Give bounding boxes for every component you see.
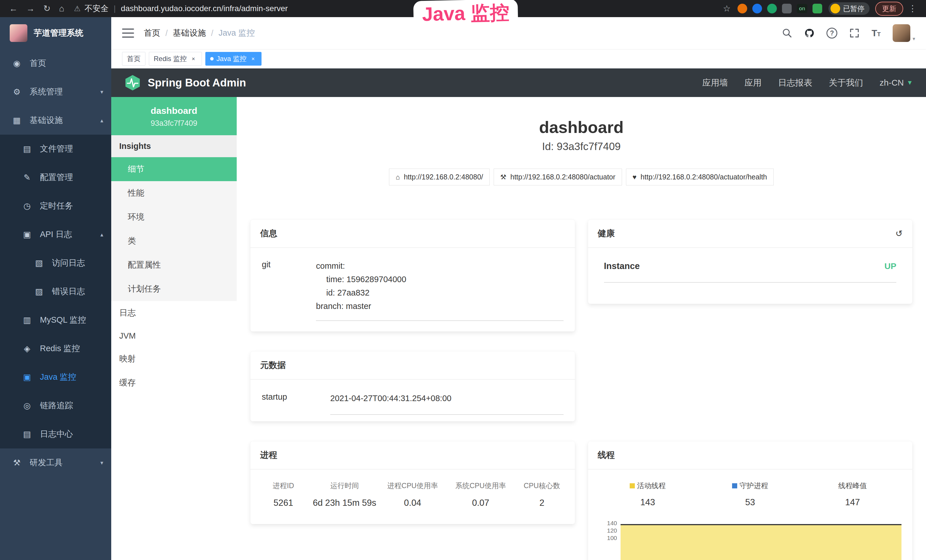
- infrastructure-submenu: ▤ 文件管理 ✎ 配置管理 ◷ 定时任务 ▣ API 日志 ▴ ▧ 访问日志 ▨: [0, 135, 111, 448]
- sidebar-item-label: 系统管理: [30, 86, 63, 98]
- sba-item-details[interactable]: 细节: [111, 157, 237, 181]
- tag-redis-monitor[interactable]: Redis 监控 ×: [149, 52, 202, 66]
- extension-icon[interactable]: [752, 4, 762, 14]
- process-cpu-column: 进程CPU使用率 0.04: [378, 481, 446, 508]
- close-icon[interactable]: ×: [249, 55, 257, 62]
- sidebar-item-dev-tools[interactable]: ⚒ 研发工具 ▾: [0, 448, 111, 477]
- extensions-puzzle-icon[interactable]: [782, 4, 792, 14]
- hamburger-icon[interactable]: [122, 29, 134, 38]
- history-icon[interactable]: ↺: [896, 229, 903, 239]
- sba-item-jvm[interactable]: JVM: [111, 325, 237, 347]
- sidebar-item-java-monitor[interactable]: ▣ Java 监控: [0, 363, 111, 391]
- monitor-icon: ▦: [11, 115, 22, 125]
- address-bar[interactable]: ⚠ 不安全 | dashboard.yudao.iocoder.cn/infra…: [74, 3, 713, 14]
- breadcrumb-home[interactable]: 首页: [144, 27, 160, 39]
- sidebar-item-trace[interactable]: ◎ 链路追踪: [0, 391, 111, 420]
- breadcrumb-infrastructure[interactable]: 基础设施: [173, 27, 206, 39]
- sba-group-insights[interactable]: Insights: [111, 135, 237, 157]
- sidebar-item-api-log[interactable]: ▣ API 日志 ▴: [0, 220, 111, 249]
- sba-item-caches[interactable]: 缓存: [111, 371, 237, 395]
- sidebar-item-error-log[interactable]: ▨ 错误日志: [0, 277, 111, 306]
- sba-nav-journal[interactable]: 日志报表: [778, 77, 812, 89]
- tag-label: Redis 监控: [154, 54, 187, 64]
- sidebar-item-config-management[interactable]: ✎ 配置管理: [0, 163, 111, 192]
- daemon-threads: 守护进程 53: [699, 481, 801, 507]
- update-button[interactable]: 更新: [875, 2, 903, 16]
- sidebar-item-mysql-monitor[interactable]: ▥ MySQL 监控: [0, 306, 111, 334]
- extension-badge[interactable]: on: [797, 4, 807, 13]
- sidebar-logo[interactable]: 芋道管理系统: [0, 17, 111, 49]
- sidebar-item-label: 定时任务: [40, 200, 73, 212]
- sidebar-item-label: Redis 监控: [40, 343, 80, 354]
- dashboard-icon: ◉: [11, 59, 22, 68]
- help-icon[interactable]: ?: [826, 28, 837, 38]
- health-row[interactable]: Instance UP: [604, 261, 897, 283]
- sba-item-environment[interactable]: 环境: [111, 205, 237, 229]
- health-url-link[interactable]: ♥ http://192.168.0.2:48080/actuator/heal…: [626, 169, 774, 185]
- extension-icon[interactable]: [767, 4, 777, 14]
- cpu-cores-column: CPU核心数 2: [515, 481, 569, 508]
- close-icon[interactable]: ×: [190, 55, 197, 62]
- service-url-link[interactable]: ⌂ http://192.168.0.2:48080/: [389, 169, 490, 185]
- sba-item-classes[interactable]: 类: [111, 229, 237, 253]
- sba-nav-applications[interactable]: 应用: [744, 77, 761, 89]
- spring-boot-admin-logo-icon: [124, 74, 141, 91]
- sba-item-logs[interactable]: 日志: [111, 301, 237, 325]
- screen-icon: ▣: [22, 372, 33, 382]
- extension-icon[interactable]: [813, 4, 822, 14]
- github-icon[interactable]: [804, 28, 814, 38]
- instance-header[interactable]: dashboard 93a3fc7f7409: [111, 97, 237, 135]
- sba-brand[interactable]: Spring Boot Admin: [148, 77, 246, 89]
- sba-item-scheduled-tasks[interactable]: 计划任务: [111, 277, 237, 301]
- sidebar-item-access-log[interactable]: ▧ 访问日志: [0, 249, 111, 277]
- fullscreen-icon[interactable]: [849, 28, 859, 38]
- locale-select[interactable]: zh-CN ▼: [879, 78, 913, 88]
- reload-icon[interactable]: ↻: [40, 4, 54, 13]
- sba-item-performance[interactable]: 性能: [111, 181, 237, 205]
- browser-menu-icon[interactable]: ⋮: [905, 4, 920, 13]
- logo-avatar: [10, 24, 27, 42]
- browser-home-icon[interactable]: ⌂: [56, 4, 68, 13]
- user-avatar[interactable]: ▾: [893, 24, 915, 42]
- sba-item-config-props[interactable]: 配置属性: [111, 253, 237, 277]
- url-text[interactable]: dashboard.yudao.iocoder.cn/infra/admin-s…: [121, 4, 288, 13]
- sidebar-item-scheduled-jobs[interactable]: ◷ 定时任务: [0, 192, 111, 220]
- breadcrumb: 首页 / 基础设施 / Java 监控: [144, 27, 255, 39]
- header-actions: ? TT ▾: [782, 24, 915, 42]
- tag-home[interactable]: 首页: [122, 52, 145, 66]
- chart-plot-area: [620, 519, 904, 542]
- tag-java-monitor[interactable]: Java 监控 ×: [205, 52, 262, 66]
- sba-content: dashboard Id: 93a3fc7f7409 ⌂ http://192.…: [237, 97, 926, 560]
- metadata-card: 元数据 startup 2021-04-27T00:44:31.254+08:0…: [250, 351, 575, 421]
- card-title: 健康: [598, 228, 615, 239]
- live-threads: 活动线程 143: [597, 481, 699, 507]
- sidebar-item-label: 链路追踪: [40, 400, 73, 412]
- sidebar-item-label: 研发工具: [30, 457, 63, 468]
- eye-icon: ◎: [22, 401, 33, 410]
- forward-icon[interactable]: →: [23, 4, 38, 13]
- extension-icon[interactable]: [737, 4, 747, 14]
- search-icon[interactable]: [782, 28, 792, 38]
- sba-item-mappings[interactable]: 映射: [111, 347, 237, 371]
- info-key: git: [262, 259, 316, 321]
- back-icon[interactable]: ←: [6, 4, 21, 13]
- sidebar-item-log-center[interactable]: ▤ 日志中心: [0, 420, 111, 448]
- sidebar-item-redis-monitor[interactable]: ◈ Redis 监控: [0, 334, 111, 363]
- sba-nav-wallboard[interactable]: 应用墙: [702, 77, 728, 89]
- sba-nav-about[interactable]: 关于我们: [829, 77, 863, 89]
- sidebar-item-home[interactable]: ◉ 首页: [0, 49, 111, 77]
- actuator-url-link[interactable]: ⚒ http://192.168.0.2:48080/actuator: [494, 169, 622, 185]
- sidebar-item-system-management[interactable]: ⚙ 系统管理 ▾: [0, 77, 111, 106]
- yellow-legend-swatch: [630, 483, 635, 488]
- sidebar-item-file-management[interactable]: ▤ 文件管理: [0, 135, 111, 163]
- threads-legend: 活动线程 143 守护进程 53 线程峰值: [597, 481, 904, 507]
- font-size-icon[interactable]: TT: [872, 28, 881, 38]
- profile-chip[interactable]: 已暂停: [828, 2, 870, 15]
- clock-icon: ◷: [22, 201, 33, 211]
- chevron-up-icon: ▴: [100, 117, 103, 124]
- sidebar-item-infrastructure[interactable]: ▦ 基础设施 ▴: [0, 106, 111, 135]
- link-url: http://192.168.0.2:48080/: [404, 173, 483, 181]
- caret-down-icon: ▾: [912, 36, 915, 42]
- bookmark-star-icon[interactable]: ☆: [720, 4, 734, 13]
- security-label[interactable]: 不安全: [85, 3, 109, 14]
